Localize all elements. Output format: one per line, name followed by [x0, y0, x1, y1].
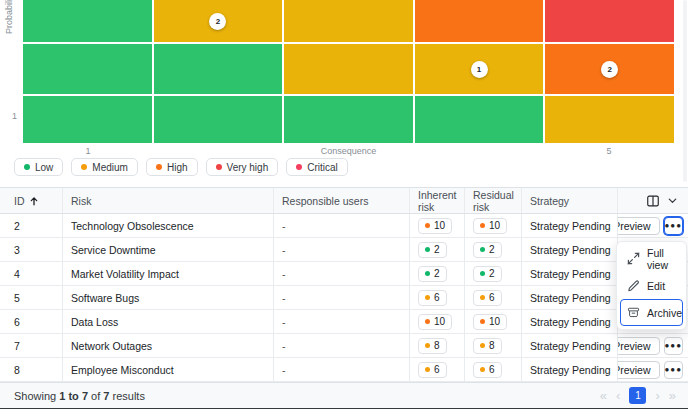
legend-dot-icon [81, 164, 87, 170]
legend-dot-icon [296, 164, 302, 170]
column-header-inherent-risk[interactable]: Inherent risk [409, 188, 464, 213]
matrix-cell-r1-c2[interactable] [284, 44, 413, 94]
matrix-cell-r2-c0[interactable] [23, 96, 152, 143]
matrix-cell-r0-c0[interactable] [23, 0, 152, 42]
risk-level-dot-icon [425, 367, 430, 372]
legend-item-low[interactable]: Low [14, 158, 63, 176]
table-row[interactable]: 8 Employee Misconduct - 6 6 Strategy Pen… [0, 358, 688, 382]
preview-button[interactable]: Preview [617, 337, 660, 355]
table-row[interactable]: 6 Data Loss - 10 10 Strategy Pending [0, 310, 688, 334]
cell-residual-risk: 6 [464, 358, 521, 381]
matrix-cell-r0-c3[interactable] [415, 0, 544, 42]
matrix-cell-r1-c0[interactable] [23, 44, 152, 94]
table-footer: Showing 1 to 7 of 7 results « ‹ 1 › » [0, 382, 688, 408]
menu-item-label: Full view [647, 247, 682, 271]
expand-icon [627, 252, 640, 265]
risk-score-badge: 10 [473, 314, 507, 330]
risk-level-dot-icon [480, 343, 485, 348]
cell-risk: Market Volatility Impact [62, 262, 273, 285]
risk-level-dot-icon [425, 343, 430, 348]
risk-score-badge: 6 [473, 290, 502, 306]
menu-item-label: Archive [647, 307, 682, 319]
cell-inherent-risk: 8 [409, 334, 464, 357]
column-header-strategy[interactable]: Strategy [521, 188, 617, 213]
preview-button[interactable]: Preview [617, 217, 660, 235]
risk-level-dot-icon [480, 367, 485, 372]
results-summary: Showing 1 to 7 of 7 results [14, 390, 145, 402]
matrix-cell-r1-c3[interactable]: 1 [415, 44, 544, 94]
cell-residual-risk: 2 [464, 238, 521, 261]
cell-residual-risk: 10 [464, 214, 521, 237]
last-page-button[interactable]: » [669, 389, 676, 402]
matrix-cell-r1-c4[interactable]: 2 [545, 44, 674, 94]
risk-score-badge: 2 [473, 266, 502, 282]
risk-register-page: Probability 1 212 1 Consequence 5 LowMed… [0, 0, 688, 409]
column-header-id[interactable]: ID [0, 188, 62, 213]
risk-score-badge: 2 [473, 242, 502, 258]
chevron-down-icon[interactable] [667, 195, 678, 206]
risk-level-dot-icon [480, 271, 485, 276]
x-axis-tick-1: 1 [85, 146, 90, 156]
cell-risk: Network Outages [62, 334, 273, 357]
cell-residual-risk: 2 [464, 262, 521, 285]
scrollbar-track[interactable] [683, 0, 687, 182]
cell-responsible-users: - [273, 334, 409, 357]
columns-icon[interactable] [646, 194, 660, 208]
sort-ascending-icon[interactable] [29, 196, 39, 206]
risk-matrix-section: Probability 1 212 1 Consequence 5 LowMed… [0, 0, 688, 187]
previous-page-button[interactable]: ‹ [616, 389, 620, 402]
cell-strategy: Strategy Pending [521, 214, 617, 237]
cell-strategy: Strategy Pending [521, 238, 617, 261]
table-row[interactable]: 7 Network Outages - 8 8 Strategy Pending… [0, 334, 688, 358]
column-settings [617, 188, 688, 213]
pagination: « ‹ 1 › » [600, 387, 676, 404]
matrix-cell-r0-c4[interactable] [545, 0, 674, 42]
legend-label: Very high [227, 162, 269, 173]
risk-score-badge: 2 [418, 242, 447, 258]
first-page-button[interactable]: « [600, 389, 607, 402]
table-row[interactable]: 3 Service Downtime - 2 2 Strategy Pendin… [0, 238, 688, 262]
preview-button[interactable]: Preview [617, 361, 660, 379]
matrix-cell-r2-c3[interactable] [415, 96, 544, 143]
pencil-icon [627, 279, 640, 292]
legend-item-critical[interactable]: Critical [286, 158, 348, 176]
legend-item-medium[interactable]: Medium [71, 158, 138, 176]
legend-dot-icon [24, 164, 30, 170]
x-axis: 1 Consequence 5 [23, 146, 674, 158]
legend-item-high[interactable]: High [146, 158, 198, 176]
table-row[interactable]: 5 Software Bugs - 6 6 Strategy Pending [0, 286, 688, 310]
cell-inherent-risk: 2 [409, 262, 464, 285]
matrix-cell-r0-c2[interactable] [284, 0, 413, 42]
row-menu-button[interactable]: ●●● [664, 217, 684, 235]
cell-residual-risk: 10 [464, 310, 521, 333]
menu-item-label: Edit [647, 280, 665, 292]
next-page-button[interactable]: › [655, 389, 659, 402]
matrix-cell-r2-c2[interactable] [284, 96, 413, 143]
page-1-button[interactable]: 1 [629, 387, 646, 404]
row-menu-button[interactable]: ●●● [664, 337, 684, 355]
matrix-cell-r2-c1[interactable] [154, 96, 283, 143]
legend-item-very-high[interactable]: Very high [206, 158, 279, 176]
matrix-cell-r2-c4[interactable] [545, 96, 674, 143]
risk-level-dot-icon [425, 319, 430, 324]
column-header-responsible-users[interactable]: Responsible users [273, 188, 409, 213]
table-row[interactable]: 2 Technology Obsolescence - 10 10 Strate… [0, 214, 688, 238]
risk-level-dot-icon [425, 271, 430, 276]
cell-actions: Preview●●● [617, 358, 688, 381]
column-header-risk[interactable]: Risk [62, 188, 273, 213]
matrix-cell-r0-c1[interactable]: 2 [154, 0, 283, 42]
risk-score-badge: 8 [418, 338, 447, 354]
cell-risk: Software Bugs [62, 286, 273, 309]
y-axis-tick-1: 1 [12, 111, 17, 121]
menu-item-archive[interactable]: Archive [620, 299, 683, 326]
matrix-cell-r1-c1[interactable] [154, 44, 283, 94]
cell-id: 2 [0, 214, 62, 237]
menu-item-edit[interactable]: Edit [620, 272, 683, 299]
menu-item-full-view[interactable]: Full view [620, 245, 683, 272]
cell-id: 4 [0, 262, 62, 285]
legend-label: Critical [307, 162, 338, 173]
row-menu-button[interactable]: ●●● [664, 361, 684, 379]
x-axis-label: Consequence [321, 146, 377, 156]
column-header-residual-risk[interactable]: Residual risk [464, 188, 521, 213]
table-row[interactable]: 4 Market Volatility Impact - 2 2 Strateg… [0, 262, 688, 286]
